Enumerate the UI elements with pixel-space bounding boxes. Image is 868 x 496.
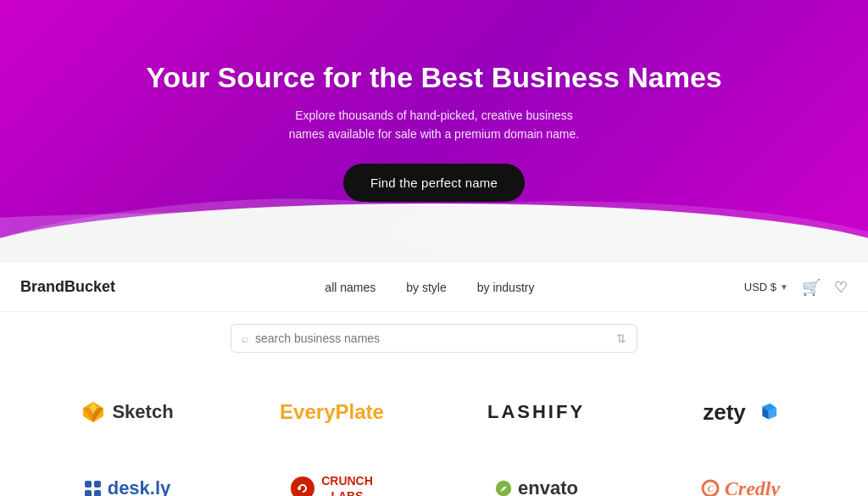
brand-everyplate[interactable]: EveryPlate [238, 378, 426, 446]
brands-grid: Sketch EveryPlate LASHIFY zety [34, 378, 834, 496]
currency-arrow-icon: ▼ [780, 282, 788, 292]
credly-label: Credly [725, 477, 780, 497]
zety-label: zety [703, 399, 746, 426]
hero-subtitle: Explore thousands of hand-picked, creati… [277, 106, 591, 144]
sketch-diamond-icon [81, 400, 105, 424]
brand-envato[interactable]: envato [442, 454, 630, 496]
hero-section: Your Source for the Best Business Names … [0, 0, 868, 263]
crunchlabs-label: CRUNCHLABS [321, 473, 373, 496]
credly-icon: C [701, 479, 720, 496]
wishlist-icon[interactable]: ♡ [834, 278, 848, 297]
search-bar: ⌕ ⇅ [231, 324, 637, 353]
lashify-label: LASHIFY [487, 401, 585, 423]
navbar-right: USD $ ▼ 🛒 ♡ [744, 278, 848, 297]
cart-icon[interactable]: 🛒 [802, 278, 821, 297]
main-nav: all names by style by industry [325, 281, 534, 294]
crunchlabs-icon [291, 476, 314, 496]
brand-deskly[interactable]: desk.ly [34, 454, 221, 496]
search-wrapper: ⌕ ⇅ [0, 312, 868, 361]
nav-by-industry[interactable]: by industry [477, 281, 535, 294]
brand-zety[interactable]: zety [647, 378, 834, 446]
envato-label: envato [518, 477, 578, 496]
nav-by-style[interactable]: by style [406, 281, 446, 294]
navbar: BrandBucket all names by style by indust… [0, 263, 868, 312]
deskly-icon [85, 481, 101, 497]
deskly-label: desk.ly [108, 477, 171, 496]
brand-crunchlabs[interactable]: CRUNCHLABS [238, 454, 426, 496]
brands-section: Sketch EveryPlate LASHIFY zety [0, 361, 868, 496]
zety-cube-icon [754, 400, 778, 424]
hero-content: Your Source for the Best Business Names … [112, 61, 756, 203]
brand-sketch[interactable]: Sketch [34, 378, 221, 446]
currency-label: USD $ [744, 281, 776, 293]
everyplate-label: EveryPlate [280, 400, 384, 424]
search-icon: ⌕ [242, 332, 248, 345]
sketch-label: Sketch [112, 401, 173, 423]
brand-lashify[interactable]: LASHIFY [442, 378, 630, 446]
hero-title: Your Source for the Best Business Names [146, 61, 722, 94]
currency-selector[interactable]: USD $ ▼ [744, 281, 788, 293]
find-name-button[interactable]: Find the perfect name [343, 164, 525, 202]
svg-point-10 [298, 487, 301, 490]
site-logo[interactable]: BrandBucket [20, 278, 115, 296]
search-input[interactable] [255, 332, 616, 345]
brand-credly[interactable]: C Credly [647, 454, 834, 496]
nav-all-names[interactable]: all names [325, 281, 376, 294]
envato-leaf-icon [494, 479, 513, 496]
svg-text:C: C [707, 484, 713, 493]
filter-icon[interactable]: ⇅ [616, 332, 626, 345]
